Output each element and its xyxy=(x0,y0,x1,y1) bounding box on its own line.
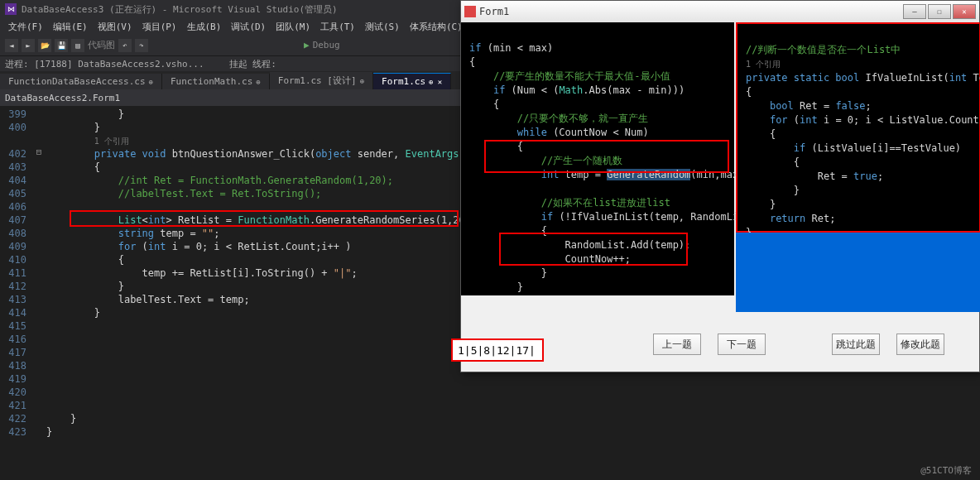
next-button[interactable]: 下一题 xyxy=(718,334,766,355)
menu-debug[interactable]: 调试(D) xyxy=(226,21,271,33)
menu-test[interactable]: 测试(S) xyxy=(360,21,405,33)
nav-fwd-icon[interactable]: ► xyxy=(22,39,35,52)
open-icon[interactable]: 📂 xyxy=(38,39,51,52)
form1-window[interactable]: Form1 — ☐ ✕ if (min < max) { //要产生的数量不能大… xyxy=(460,0,980,372)
form1-titlebar[interactable]: Form1 — ☐ ✕ xyxy=(461,1,979,22)
pin-icon[interactable]: ⊕ xyxy=(256,78,260,86)
saveall-icon[interactable]: ▤ xyxy=(71,39,84,52)
form1-title: Form1 xyxy=(479,6,509,17)
menu-arch[interactable]: 体系结构(C) xyxy=(405,21,468,33)
form-buttons: 上一题 下一题 跳过此题 修改此题 xyxy=(653,334,944,355)
tab-form1-design[interactable]: Form1.cs [设计]⊕ xyxy=(270,72,373,89)
prev-button[interactable]: 上一题 xyxy=(653,334,701,355)
save-icon[interactable]: 💾 xyxy=(55,39,68,52)
menu-project[interactable]: 项目(P) xyxy=(137,21,182,33)
pin-icon[interactable]: ⊕ xyxy=(149,78,153,86)
output-label: 1|5|8|12|17| xyxy=(451,338,544,362)
maximize-button[interactable]: ☐ xyxy=(928,4,951,19)
nav-back-icon[interactable]: ◄ xyxy=(5,39,18,52)
code-overlay-left: if (min < max) { //要产生的数量不能大于最大值-最小值 if … xyxy=(461,22,734,295)
watermark: @51CTO博客 xyxy=(920,464,972,477)
start-icon[interactable]: ▶ xyxy=(304,40,310,50)
vs-logo-icon: ⋈ xyxy=(5,3,17,15)
codemap-label[interactable]: 代码图 xyxy=(88,39,115,51)
redo-icon[interactable]: ↷ xyxy=(135,39,148,52)
form-bg xyxy=(736,233,980,312)
menu-tools[interactable]: 工具(T) xyxy=(315,21,360,33)
config-select[interactable]: Debug xyxy=(313,40,340,50)
skip-button[interactable]: 跳过此题 xyxy=(832,334,880,355)
tab-functionmath[interactable]: FunctionMath.cs⊕ xyxy=(162,74,270,89)
process-label: 进程: [17188] DataBaseAccess2.vsho... xyxy=(5,58,204,70)
menu-view[interactable]: 视图(V) xyxy=(93,21,137,33)
line-numbers: 399400 402403404405406407408409410411412… xyxy=(0,106,31,480)
menu-team[interactable]: 团队(M) xyxy=(271,21,315,33)
minimize-button[interactable]: — xyxy=(903,4,926,19)
app-icon xyxy=(464,6,476,17)
thread-label: 挂起 线程: xyxy=(229,58,276,70)
code-overlay-right: //判断一个数值是否在一个List中 1 个引用 private static … xyxy=(736,22,980,233)
class-selector[interactable]: DataBaseAccess2.Form1 xyxy=(5,93,120,103)
tab-form1-cs[interactable]: Form1.cs⊕ ✕ xyxy=(373,73,451,89)
tab-functiondb[interactable]: FunctionDataBaseAccess.cs⊕ xyxy=(0,74,162,89)
close-button[interactable]: ✕ xyxy=(953,4,976,19)
undo-icon[interactable]: ↶ xyxy=(118,39,132,52)
menu-edit[interactable]: 编辑(E) xyxy=(48,21,93,33)
menu-build[interactable]: 生成(B) xyxy=(182,21,227,33)
modify-button[interactable]: 修改此题 xyxy=(896,334,944,355)
menu-file[interactable]: 文件(F) xyxy=(3,21,48,33)
close-icon[interactable]: ⊕ ✕ xyxy=(429,78,442,86)
window-title: DataBaseAccess3 (正在运行) - Microsoft Visua… xyxy=(22,3,338,16)
pin-icon[interactable]: ⊕ xyxy=(360,77,364,85)
fold-margin[interactable]: ⊟ xyxy=(31,106,46,480)
